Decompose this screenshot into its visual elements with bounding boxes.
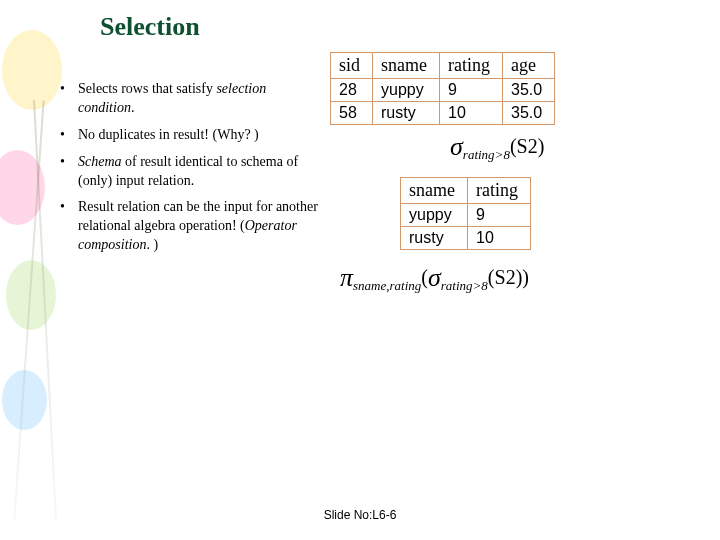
bullet-item: •Selects rows that satisfy selection con… [60,80,320,118]
table-cell: yuppy [373,79,440,102]
table-row: rusty10 [401,227,531,250]
table-row: 28yuppy935.0 [331,79,555,102]
table-row: yuppy9 [401,204,531,227]
bullet-dot-icon: • [60,80,78,118]
table-header-cell: rating [440,53,503,79]
bullet-list: •Selects rows that satisfy selection con… [60,80,320,263]
selection-formula: σrating>8(S2) [450,135,690,163]
result-table-1: sidsnameratingage28yuppy935.058rusty1035… [330,52,690,125]
bullet-item: •Result relation can be the input for an… [60,198,320,255]
slide-footer: Slide No:L6-6 [0,508,720,522]
projection-formula: πsname,rating(σrating>8(S2)) [340,266,690,294]
bullet-dot-icon: • [60,126,78,145]
bullet-dot-icon: • [60,153,78,191]
table-cell: 10 [440,102,503,125]
table-header-cell: sname [401,178,468,204]
table-cell: rusty [373,102,440,125]
result-table-2: snameratingyuppy9rusty10 [400,177,690,250]
bullet-text: Selects rows that satisfy selection cond… [78,80,320,118]
bullet-item: •Schema of result identical to schema of… [60,153,320,191]
table-header-cell: age [503,53,555,79]
bullet-text: Result relation can be the input for ano… [78,198,320,255]
table-header-cell: rating [467,178,530,204]
slide-title: Selection [100,12,200,42]
table-cell: 35.0 [503,102,555,125]
footer-label: Slide No: [324,508,373,522]
table-cell: 35.0 [503,79,555,102]
bullet-item: •No duplicates in result! (Why? ) [60,126,320,145]
table-cell: yuppy [401,204,468,227]
table-cell: 58 [331,102,373,125]
table-cell: 28 [331,79,373,102]
table-cell: 10 [467,227,530,250]
right-content: sidsnameratingage28yuppy935.058rusty1035… [330,52,690,308]
bullet-text: No duplicates in result! (Why? ) [78,126,259,145]
bullet-dot-icon: • [60,198,78,255]
table-cell: 9 [440,79,503,102]
footer-page-number: L6-6 [372,508,396,522]
bullet-text: Schema of result identical to schema of … [78,153,320,191]
table-cell: rusty [401,227,468,250]
table-row: 58rusty1035.0 [331,102,555,125]
table-cell: 9 [467,204,530,227]
table-header-cell: sname [373,53,440,79]
table-header-cell: sid [331,53,373,79]
